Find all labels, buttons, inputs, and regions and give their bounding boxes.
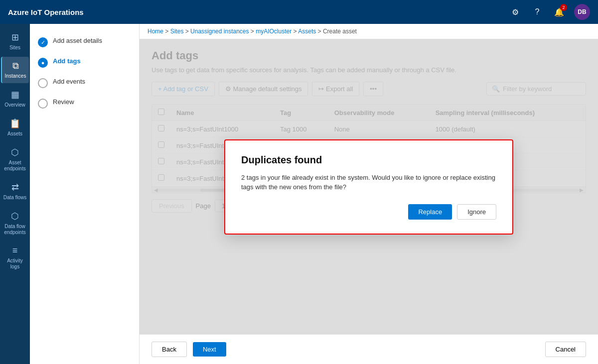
app-title: Azure IoT Operations [8, 8, 502, 16]
modal-title: Duplicates found [241, 154, 496, 166]
step-circle-review [38, 99, 48, 109]
sites-icon: ⊞ [11, 32, 19, 43]
main-content: Home > Sites > Unassigned instances > my… [140, 24, 598, 364]
activity-logs-icon: ≡ [12, 245, 18, 256]
sidebar: ⊞ Sites ⧉ Instances ▦ Overview 📋 Assets … [0, 24, 30, 364]
modal-actions: Replace Ignore [241, 204, 496, 220]
sidebar-item-assets[interactable]: 📋 Assets [1, 114, 29, 141]
sidebar-label-data-flow-endpoints: Data flow endpoints [3, 224, 27, 236]
breadcrumb-unassigned[interactable]: Unassigned instances [190, 28, 249, 35]
duplicates-modal: Duplicates found 2 tags in your file alr… [224, 139, 513, 235]
back-button[interactable]: Back [151, 342, 187, 357]
cancel-button[interactable]: Cancel [545, 342, 586, 357]
sidebar-item-data-flows[interactable]: ⇄ Data flows [1, 178, 29, 205]
sidebar-item-instances[interactable]: ⧉ Instances [1, 57, 29, 83]
sidebar-item-asset-endpoints[interactable]: ⬡ Asset endpoints [1, 143, 29, 176]
replace-button[interactable]: Replace [408, 204, 452, 220]
settings-icon-btn[interactable]: ⚙ [508, 5, 522, 19]
breadcrumb-sites[interactable]: Sites [170, 28, 184, 35]
sidebar-label-asset-endpoints: Asset endpoints [3, 160, 27, 172]
layout: ⊞ Sites ⧉ Instances ▦ Overview 📋 Assets … [0, 24, 598, 364]
breadcrumb-current: Create asset [323, 28, 357, 35]
sidebar-label-instances: Instances [5, 73, 26, 79]
sidebar-label-sites: Sites [9, 45, 20, 51]
breadcrumb-cluster[interactable]: myAIOcluster [256, 28, 292, 35]
sidebar-item-overview[interactable]: ▦ Overview [1, 85, 29, 112]
breadcrumb-assets[interactable]: Assets [298, 28, 316, 35]
top-nav: Azure IoT Operations ⚙ ? 🔔 2 DB [0, 0, 598, 24]
sidebar-label-overview: Overview [4, 102, 25, 108]
step-review[interactable]: Review [30, 93, 139, 114]
step-label-add-asset-details: Add asset details [53, 37, 102, 44]
step-circle-add-tags: ● [38, 58, 48, 68]
nav-icons: ⚙ ? 🔔 2 DB [508, 4, 590, 20]
sidebar-item-activity-logs[interactable]: ≡ Activity logs [1, 242, 29, 274]
assets-icon: 📋 [9, 118, 20, 129]
step-circle-add-asset-details: ✓ [38, 37, 48, 47]
breadcrumb: Home > Sites > Unassigned instances > my… [140, 24, 598, 39]
settings-icon: ⚙ [512, 7, 519, 17]
step-label-add-tags: Add tags [53, 57, 81, 65]
sidebar-label-activity-logs: Activity logs [3, 258, 27, 270]
step-add-tags[interactable]: ● Add tags [30, 52, 139, 73]
modal-overlay: Duplicates found 2 tags in your file alr… [140, 39, 598, 334]
sub-sidebar: ✓ Add asset details ● Add tags Add event… [30, 24, 140, 364]
sidebar-label-assets: Assets [7, 131, 22, 137]
data-flows-icon: ⇄ [11, 182, 19, 193]
sidebar-item-data-flow-endpoints[interactable]: ⬡ Data flow endpoints [1, 207, 29, 240]
data-flow-endpoints-icon: ⬡ [11, 211, 19, 222]
step-label-review: Review [53, 98, 74, 106]
help-icon: ? [535, 7, 540, 16]
sidebar-item-sites[interactable]: ⊞ Sites [1, 28, 29, 55]
footer: Back Next Cancel [140, 334, 598, 364]
help-icon-btn[interactable]: ? [530, 5, 544, 19]
asset-endpoints-icon: ⬡ [11, 147, 19, 158]
avatar[interactable]: DB [574, 4, 590, 20]
modal-body: 2 tags in your file already exist in the… [241, 173, 496, 192]
step-add-events[interactable]: Add events [30, 73, 139, 93]
bell-icon-btn[interactable]: 🔔 2 [552, 5, 566, 19]
page-area: Add tags Use tags to get data from speci… [140, 39, 598, 334]
notification-badge: 2 [560, 4, 567, 11]
step-circle-add-events [38, 78, 48, 88]
step-label-add-events: Add events [53, 78, 85, 85]
next-button[interactable]: Next [193, 342, 226, 357]
overview-icon: ▦ [11, 89, 19, 100]
instances-icon: ⧉ [12, 61, 19, 71]
ignore-button[interactable]: Ignore [457, 204, 496, 220]
step-add-asset-details[interactable]: ✓ Add asset details [30, 32, 139, 52]
breadcrumb-home[interactable]: Home [148, 28, 163, 35]
sidebar-label-data-flows: Data flows [3, 195, 27, 201]
